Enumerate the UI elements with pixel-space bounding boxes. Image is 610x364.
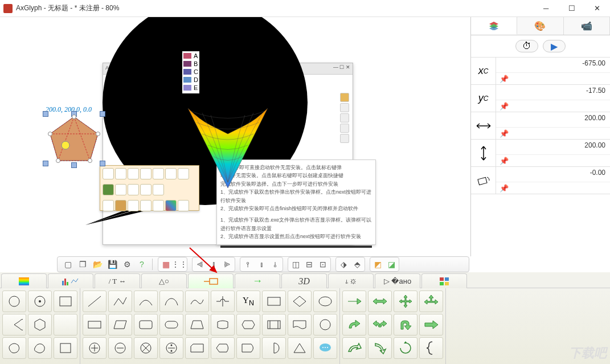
shape-plus-circle[interactable]: [83, 337, 107, 359]
align-left-button[interactable]: ⫷: [193, 258, 207, 271]
copy-button[interactable]: ❐: [76, 258, 89, 271]
shape-arc[interactable]: [185, 291, 209, 312]
cat-logic[interactable]: ▷ �ано: [375, 273, 420, 288]
shape-circle-node[interactable]: [2, 291, 26, 312]
xc-value[interactable]: -675.00: [496, 58, 610, 72]
arrow-right2[interactable]: [419, 314, 443, 336]
shape-parallelogram[interactable]: [108, 314, 132, 336]
grid2-button[interactable]: ⋮⋮: [173, 258, 186, 271]
floating-toolbox[interactable]: [100, 165, 199, 211]
cat-gradient[interactable]: [1, 273, 47, 288]
back-button[interactable]: ◪: [384, 258, 398, 271]
shape-square-dots[interactable]: [54, 337, 77, 359]
arrow-curve-r[interactable]: [342, 337, 366, 359]
open-button[interactable]: 📂: [91, 258, 104, 271]
selected-pentagon[interactable]: [46, 114, 103, 165]
shape-rect-sides[interactable]: [262, 314, 286, 336]
height-value[interactable]: 200.00: [496, 140, 610, 154]
shape-triangle[interactable]: [288, 337, 312, 359]
layers-tab[interactable]: [471, 17, 517, 35]
arrow-uturn[interactable]: [394, 314, 417, 336]
shape-doc[interactable]: [288, 314, 312, 336]
shape-blob[interactable]: [2, 337, 26, 359]
shape-roundrect[interactable]: [134, 314, 158, 336]
cat-flow[interactable]: [188, 273, 234, 288]
shape-polyline[interactable]: [108, 291, 132, 312]
shape-yn[interactable]: YN: [236, 291, 260, 312]
shape-delay[interactable]: [236, 337, 260, 359]
arrow-cycle[interactable]: [394, 337, 417, 359]
shape-minus-circle[interactable]: [108, 337, 132, 359]
shape-rect-node[interactable]: [54, 291, 77, 312]
arrow-bend-lr[interactable]: [368, 314, 392, 336]
cat-chart[interactable]: [48, 273, 93, 288]
flip-h-button[interactable]: ⬗: [337, 258, 350, 271]
shape-x-circle[interactable]: [134, 337, 158, 359]
shape-brace[interactable]: [419, 337, 443, 359]
dist-v-button[interactable]: ⊟: [302, 258, 316, 271]
shape-ellipse[interactable]: [313, 291, 337, 312]
save-button[interactable]: 💾: [105, 258, 119, 271]
shape-card[interactable]: [185, 337, 209, 359]
cat-electrical[interactable]: ⫰ ⚙: [328, 273, 374, 288]
arrow-quad[interactable]: [394, 291, 417, 312]
pin-icon[interactable]: 📌: [500, 184, 509, 193]
pin-icon[interactable]: 📌: [500, 102, 509, 111]
shape-rect2[interactable]: [83, 314, 107, 336]
shape-hexagon2[interactable]: [236, 314, 260, 336]
style-tab[interactable]: 🎨: [517, 17, 563, 35]
shape-display[interactable]: [211, 337, 235, 359]
shape-empty[interactable]: [54, 314, 77, 336]
maximize-button[interactable]: ☐: [559, 0, 584, 17]
shape-curve[interactable]: [134, 291, 158, 312]
cat-lines[interactable]: / T ↔: [95, 273, 140, 288]
arrow-tri[interactable]: [419, 291, 443, 312]
shape-rectangle[interactable]: [262, 291, 286, 312]
shape-diamond[interactable]: [288, 291, 312, 312]
cat-basic[interactable]: △○: [141, 273, 187, 288]
help-button[interactable]: ?: [135, 258, 149, 271]
play-button[interactable]: ▶: [543, 40, 566, 52]
shape-circle[interactable]: [313, 314, 337, 336]
canvas-area[interactable]: AxGlyph - 无标题 -— ☐ ✕ A B C D E: [0, 17, 470, 256]
shape-circle-point[interactable]: [28, 291, 52, 312]
align-top-button[interactable]: ⫯: [241, 258, 255, 271]
timer-button[interactable]: ⏱: [515, 40, 538, 52]
shape-pacman[interactable]: [2, 314, 26, 336]
shape-line[interactable]: [83, 291, 107, 312]
close-button[interactable]: ✕: [584, 0, 610, 17]
width-value[interactable]: 200.00: [496, 112, 610, 127]
pin-icon[interactable]: 📌: [500, 157, 509, 165]
arrow-lr[interactable]: [368, 291, 392, 312]
shape-jump[interactable]: [211, 291, 235, 312]
animate-tab[interactable]: 📹: [564, 17, 610, 35]
shape-div-circle[interactable]: [159, 337, 183, 359]
minimize-button[interactable]: ─: [533, 0, 559, 17]
dist-h-button[interactable]: ◫: [289, 258, 302, 271]
arrow-curve-d[interactable]: [368, 337, 392, 359]
grid-button[interactable]: ▦: [159, 258, 173, 271]
arrow-bend-r[interactable]: [342, 314, 366, 336]
shape-trapezoid[interactable]: [185, 314, 209, 336]
pin-icon[interactable]: 📌: [500, 75, 509, 83]
shape-bezier[interactable]: [159, 291, 183, 312]
shape-chat[interactable]: [313, 337, 337, 359]
align-bottom-button[interactable]: ⫰: [268, 258, 282, 271]
cat-colors[interactable]: [421, 273, 467, 288]
new-button[interactable]: ▢: [61, 258, 75, 271]
align-mid-button[interactable]: ⫾: [255, 258, 268, 271]
cat-arrows[interactable]: →: [235, 273, 280, 288]
shape-half[interactable]: [262, 337, 286, 359]
flip-v-button[interactable]: ⬘: [350, 258, 364, 271]
shape-barrel[interactable]: [211, 314, 235, 336]
rotation-value[interactable]: -0.00: [496, 167, 610, 182]
align-right-button[interactable]: ⫸: [220, 258, 234, 271]
shape-blob2[interactable]: [28, 337, 52, 359]
arrow-right[interactable]: [342, 291, 366, 312]
yc-value[interactable]: -17.50: [496, 85, 610, 100]
cat-3d[interactable]: 3D: [281, 273, 327, 288]
pin-icon[interactable]: 📌: [500, 129, 509, 138]
shape-capsule[interactable]: [159, 314, 183, 336]
settings-button[interactable]: ⚙: [120, 258, 134, 271]
front-button[interactable]: ◩: [371, 258, 384, 271]
